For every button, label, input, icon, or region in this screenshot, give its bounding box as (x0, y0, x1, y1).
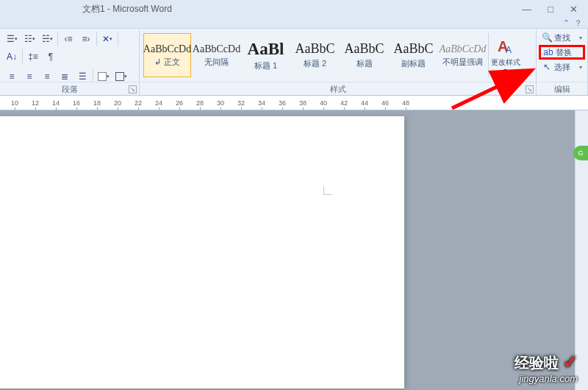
ribbon-collapse-icon[interactable]: ⌃ (563, 18, 570, 28)
show-marks-button[interactable]: ¶ (43, 49, 59, 65)
ruler-tick: 48 (395, 99, 416, 107)
find-button[interactable]: 🔍 查找 ▾ (539, 30, 585, 45)
help-icon[interactable]: ？ (574, 18, 582, 29)
style-preview: AaBbC (295, 41, 335, 57)
style-item-subtle[interactable]: AaBbCcDd不明显强调 (439, 33, 487, 77)
sort-button[interactable]: A↓ (4, 49, 20, 65)
style-item-normal[interactable]: AaBbCcDd↲ 正文 (143, 33, 191, 77)
minimize-button[interactable]: — (522, 4, 531, 14)
style-preview: AaBbC (345, 41, 384, 57)
align-center-icon: ≡ (26, 71, 32, 82)
multilevel-icon: ☵ (42, 34, 50, 44)
decrease-indent-button[interactable]: ‹≡ (60, 31, 76, 47)
ruler-tick: 40 (313, 99, 334, 107)
watermark: 经验啦 ✓ jingyanla.com (514, 352, 578, 384)
separator (57, 32, 58, 46)
find-label: 查找 (554, 32, 570, 43)
replace-icon: ab (543, 47, 553, 57)
style-caption: 标题 1 (254, 60, 277, 71)
style-preview: AaBbCcDd (193, 43, 240, 55)
align-dist-icon: ☰ (79, 71, 87, 82)
styles-launcher-icon[interactable]: ↘ (526, 85, 534, 93)
multilevel-list-button[interactable]: ☵▾ (39, 31, 55, 47)
borders-icon (115, 72, 124, 81)
shading-button[interactable]: ▾ (96, 68, 112, 82)
ruler-tick: 14 (46, 99, 66, 107)
increase-indent-button[interactable]: ≡› (78, 31, 94, 47)
pilcrow-icon: ¶ (49, 52, 53, 62)
style-item-title[interactable]: AaBbC标题 (340, 33, 388, 77)
align-left-icon: ≡ (9, 71, 14, 82)
style-caption: 副标题 (401, 58, 426, 69)
clear-formatting-button[interactable]: ✕▾ (99, 31, 115, 47)
styles-group-label: 样式 ↘ (140, 82, 536, 95)
status-badge: G (573, 146, 588, 160)
outdent-icon: ‹≡ (65, 34, 73, 44)
watermark-url: jingyanla.com (514, 373, 578, 384)
find-icon: 🔍 (542, 32, 552, 43)
line-spacing-button[interactable]: ‡≡ (25, 49, 41, 65)
ruler-tick: 32 (231, 99, 251, 107)
style-preview: AaBbCcDd (143, 43, 191, 55)
style-preview: AaBl (248, 40, 284, 59)
svg-text:A: A (506, 45, 512, 55)
help-row: ⌃ ？ (0, 18, 588, 28)
check-icon: ✓ (563, 352, 578, 372)
window-controls: — □ ✕ (522, 4, 585, 14)
bullet-list-button[interactable]: ☰▾ (4, 31, 20, 47)
change-styles-label: 更改样式▾ (491, 58, 520, 74)
chevron-down-icon: ▾ (579, 64, 582, 71)
align-distribute-button[interactable]: ☰ (74, 68, 90, 82)
align-right-icon: ≡ (44, 71, 49, 82)
align-left-button[interactable]: ≡ (4, 68, 20, 82)
horizontal-ruler[interactable]: 6810121416182022242628303234363840424446… (0, 96, 588, 110)
style-caption: 不明显强调 (442, 57, 483, 68)
replace-button[interactable]: ab 替换 (539, 45, 585, 60)
ruler-tick: 46 (375, 99, 395, 107)
number-list-button[interactable]: ☷▾ (21, 31, 37, 47)
style-item-subtitle[interactable]: AaBbC副标题 (390, 33, 437, 77)
align-justify-button[interactable]: ≣ (57, 68, 73, 82)
select-icon: ↖ (542, 62, 552, 72)
ruler-tick: 10 (4, 99, 25, 107)
document-page[interactable] (0, 116, 404, 389)
title-bar: 文档1 - Microsoft Word — □ ✕ (0, 0, 588, 18)
close-button[interactable]: ✕ (570, 4, 578, 14)
document-area (0, 110, 588, 390)
maximize-button[interactable]: □ (548, 4, 553, 14)
change-styles-button[interactable]: AA更改样式▾ (488, 33, 522, 77)
style-item-nospace[interactable]: AaBbCcDd无间隔 (193, 33, 240, 77)
styles-group: AaBbCcDd↲ 正文AaBbCcDd无间隔AaBl标题 1AaBbC标题 2… (140, 29, 537, 95)
ruler-tick: 22 (128, 99, 148, 107)
styles-gallery[interactable]: AaBbCcDd↲ 正文AaBbCcDd无间隔AaBl标题 1AaBbC标题 2… (140, 29, 536, 82)
select-button[interactable]: ↖ 选择 ▾ (539, 60, 585, 74)
watermark-brand: 经验啦 ✓ (514, 352, 578, 373)
ruler-tick: 38 (293, 99, 313, 107)
paragraph-launcher-icon[interactable]: ↘ (129, 85, 137, 93)
separator (22, 49, 23, 64)
separator (93, 69, 93, 82)
ruler-tick: 44 (354, 99, 375, 107)
align-right-button[interactable]: ≡ (39, 68, 55, 82)
ribbon: ☰▾ ☷▾ ☵▾ ‹≡ ≡› ✕▾ A↓ ‡≡ ¶ ≡ ≡ ≡ ≣ ☰ ▾ ▾ … (0, 28, 588, 96)
style-caption: 标题 2 (304, 58, 326, 69)
style-item-h2[interactable]: AaBbC标题 2 (291, 33, 339, 77)
paragraph-group: ☰▾ ☷▾ ☵▾ ‹≡ ≡› ✕▾ A↓ ‡≡ ¶ ≡ ≡ ≡ ≣ ☰ ▾ ▾ … (0, 29, 140, 95)
ruler-tick: 28 (190, 99, 210, 107)
separator (96, 32, 97, 46)
editing-group-label: 编辑 (537, 82, 587, 95)
style-item-h1[interactable]: AaBl标题 1 (242, 33, 290, 77)
sort-icon: A↓ (7, 52, 17, 62)
document-title: 文档1 - Microsoft Word (82, 3, 172, 15)
ruler-tick: 36 (272, 99, 293, 107)
style-caption: 标题 (356, 58, 373, 69)
editing-group: 🔍 查找 ▾ ab 替换 ↖ 选择 ▾ 编辑 (537, 29, 588, 95)
numbering-icon: ☷ (24, 34, 32, 44)
borders-button[interactable]: ▾ (113, 68, 129, 82)
align-center-button[interactable]: ≡ (21, 68, 37, 82)
bullets-icon: ☰ (7, 34, 15, 44)
ruler-tick: 20 (107, 99, 128, 107)
separator (118, 32, 118, 46)
chevron-down-icon: ▾ (579, 35, 582, 41)
ruler-tick: 30 (210, 99, 231, 107)
